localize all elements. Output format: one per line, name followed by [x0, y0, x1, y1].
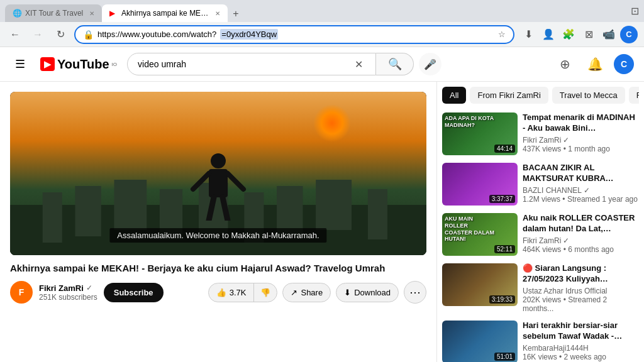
notifications-button[interactable]: 🔔: [584, 53, 606, 75]
tab-list: 🌐 XIT Tour & Travel ✕ ▶ Akhirnya sampai …: [5, 0, 244, 22]
chip-re[interactable]: Re: [629, 87, 639, 104]
video-player[interactable]: Assalamualaikum. Welcome to Makkah al-Mu…: [10, 92, 426, 255]
refresh-button[interactable]: ↻: [52, 26, 69, 43]
forward-button[interactable]: →: [29, 26, 47, 43]
download-icon[interactable]: ⬇: [519, 26, 537, 43]
related-title-3: 🔴 Siaran Langsung : 27/05/2023 Kuliyyah …: [523, 263, 639, 285]
url-prefix: https://www.youtube.com/watch?: [97, 30, 216, 39]
related-meta-0: 437K views • 1 month ago: [523, 145, 639, 153]
user-avatar[interactable]: C: [614, 54, 634, 74]
svg-line-15: [223, 197, 228, 221]
related-title-2: Aku naik ROLLER COASTER dalam hutan! Da …: [523, 213, 639, 234]
channel-name-row: Fikri ZamRi ✓: [39, 283, 97, 293]
thumb-duration-0: 44:14: [494, 145, 515, 153]
back-button[interactable]: ←: [6, 26, 24, 43]
related-video-0[interactable]: ADA APA DI KOTA MADINAH? 44:14 Tempat me…: [442, 109, 639, 159]
tab-youtube[interactable]: ▶ Akhirnya sampai ke MEKA... ✕: [102, 4, 228, 22]
like-dislike-group: 👍 3.7K 👎: [208, 283, 278, 302]
thumbs-down-icon: 👎: [260, 288, 270, 297]
related-video-3[interactable]: 3:19:33 🔴 Siaran Langsung : 27/05/2023 K…: [442, 260, 639, 317]
video-section: Assalamualaikum. Welcome to Makkah al-Mu…: [0, 82, 436, 362]
related-info-1: BACAAN ZIKIR AL MAKTSURAT KUBRA (BACAAN …: [523, 163, 639, 206]
related-thumb-2: AKU MAIN ROLLER COASTER DALAM HUTAN! 52:…: [442, 213, 518, 256]
subscriber-count: 251K subscribers: [39, 293, 97, 302]
download-button[interactable]: ⬇ Download: [336, 283, 399, 302]
sidebar: All From Fikri ZamRi Travel to Mecca Re …: [436, 82, 644, 362]
subscribe-button[interactable]: Subscribe: [104, 283, 164, 302]
related-video-2[interactable]: AKU MAIN ROLLER COASTER DALAM HUTAN! 52:…: [442, 209, 639, 260]
svg-rect-1: [43, 192, 62, 243]
related-title-1: BACAAN ZIKIR AL MAKTSURAT KUBRA (BACAAN …: [523, 163, 639, 184]
related-video-4[interactable]: 51:01 Hari terakhir bersiar-siar sebelum…: [442, 317, 639, 362]
browser-profile-avatar[interactable]: C: [620, 26, 638, 43]
chip-travel[interactable]: Travel to Mecca: [552, 87, 625, 104]
extensions-icon[interactable]: 🧩: [560, 26, 577, 43]
related-thumb-0: ADA APA DI KOTA MADINAH? 44:14: [442, 112, 518, 155]
mic-button[interactable]: 🎤: [419, 53, 441, 75]
svg-rect-11: [209, 169, 228, 197]
related-info-3: 🔴 Siaran Langsung : 27/05/2023 Kuliyyah …: [523, 263, 639, 313]
verified-1: ✓: [584, 186, 590, 195]
create-button[interactable]: ⊕: [553, 53, 576, 75]
restore-window-icon[interactable]: ⊡: [631, 5, 639, 17]
tab-favicon-yt: ▶: [109, 9, 118, 18]
verified-badge: ✓: [86, 283, 92, 292]
verified-0: ✓: [563, 136, 569, 145]
youtube-logo-icon: ▶: [40, 57, 55, 71]
like-count: 3.7K: [230, 288, 247, 297]
thumb-duration-2: 52:11: [494, 245, 515, 253]
related-meta-3: 202K views • Streamed 2 months...: [523, 295, 639, 313]
dislike-button[interactable]: 👎: [254, 283, 277, 302]
screen-record-icon[interactable]: 📹: [600, 26, 618, 43]
hamburger-menu[interactable]: ☰: [10, 52, 30, 76]
search-input-container[interactable]: ✕: [127, 53, 376, 75]
verified-2: ✓: [563, 236, 569, 245]
chip-fikri[interactable]: From Fikri ZamRi: [470, 87, 548, 104]
thumb-duration-4: 51:01: [494, 353, 515, 361]
thumb-text-0: ADA APA DI KOTA MADINAH?: [445, 115, 495, 129]
video-title: Akhirnya sampai ke MEKAH! - Berjaya ke a…: [10, 261, 426, 275]
chip-all[interactable]: All: [442, 87, 466, 104]
profile-icon[interactable]: 👤: [540, 26, 557, 43]
like-button[interactable]: 👍 3.7K: [209, 283, 255, 302]
search-button[interactable]: 🔍: [376, 53, 414, 75]
related-channel-2: Fikri ZamRi ✓: [523, 236, 639, 245]
youtube-logo[interactable]: ▶ YouTubeIO: [40, 57, 117, 72]
share-button[interactable]: ↗ Share: [282, 283, 331, 302]
tab-close-yt[interactable]: ✕: [215, 10, 220, 17]
svg-point-10: [211, 153, 226, 168]
main-content: Assalamualaikum. Welcome to Makkah al-Mu…: [0, 82, 644, 362]
person-silhouette: [190, 151, 247, 221]
related-info-4: Hari terakhir bersiar-siar sebelum Tawaf…: [523, 321, 639, 362]
search-input[interactable]: [138, 59, 355, 69]
sunset-graphic: [313, 104, 351, 142]
search-bar: ✕ 🔍 🎤: [127, 53, 441, 75]
bookmark-icon[interactable]: ☆: [498, 30, 506, 39]
related-channel-4: KembaraHaji1444H: [523, 344, 639, 353]
related-channel-1: BAZLI CHANNEL ✓: [523, 186, 639, 195]
svg-rect-8: [316, 180, 352, 230]
more-options-button[interactable]: ⋯: [404, 281, 426, 304]
browser-toolbar: ← → ↻ 🔒 https://www.youtube.com/watch?=0…: [0, 22, 644, 47]
channel-info: F Fikri ZamRi ✓ 251K subscribers Subscri…: [10, 275, 426, 309]
tab-close-xit[interactable]: ✕: [89, 10, 94, 17]
related-video-1[interactable]: 3:37:37 BACAAN ZIKIR AL MAKTSURAT KUBRA …: [442, 159, 639, 209]
new-tab-button[interactable]: +: [228, 6, 243, 22]
address-bar[interactable]: 🔒 https://www.youtube.com/watch?=0yxdr04…: [74, 25, 514, 44]
save-icon[interactable]: ⊠: [580, 26, 597, 43]
channel-avatar[interactable]: F: [10, 281, 33, 304]
tab-title-xit: XIT Tour & Travel: [25, 9, 83, 18]
svg-line-14: [209, 197, 214, 221]
svg-rect-9: [368, 189, 387, 239]
search-clear-icon[interactable]: ✕: [355, 58, 363, 70]
related-info-0: Tempat menarik di MADINAH - Aku bawak Bi…: [523, 112, 639, 155]
tab-favicon-xit: 🌐: [13, 9, 21, 18]
lock-icon: 🔒: [83, 30, 94, 40]
related-title-4: Hari terakhir bersiar-siar sebelum Tawaf…: [523, 321, 639, 342]
video-thumbnail: Assalamualaikum. Welcome to Makkah al-Mu…: [10, 92, 426, 255]
related-meta-4: 16K views • 2 weeks ago: [523, 353, 639, 361]
thumbs-up-icon: 👍: [216, 288, 226, 297]
tab-xit[interactable]: 🌐 XIT Tour & Travel ✕: [5, 4, 102, 22]
related-title-0: Tempat menarik di MADINAH - Aku bawak Bi…: [523, 112, 639, 134]
related-thumb-3: 3:19:33: [442, 263, 518, 306]
